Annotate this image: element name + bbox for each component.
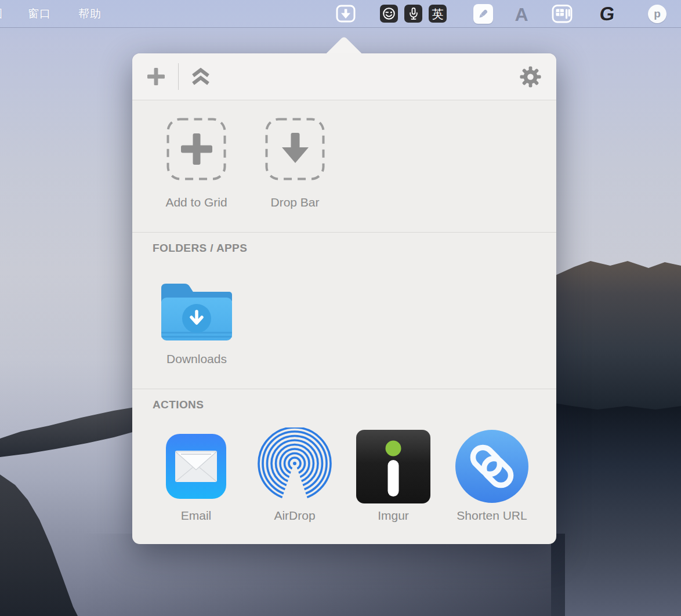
plus-icon (147, 68, 165, 85)
menu-item-help[interactable]: 帮助 (78, 0, 102, 28)
letter-p-icon: p (654, 8, 661, 20)
letter-g-icon: G (599, 3, 616, 25)
downloads-folder-item[interactable]: Downloads (158, 277, 236, 366)
window-grid-icon (552, 4, 573, 24)
add-action-button[interactable] (147, 68, 165, 85)
download-box-icon (335, 4, 356, 24)
imgur-action[interactable]: Imgur (344, 429, 443, 523)
dropzone-menubar-icon[interactable] (335, 4, 356, 24)
actions-row: Email (147, 429, 556, 523)
window-manager-icon[interactable] (552, 4, 573, 24)
action-label: AirDrop (274, 509, 315, 523)
add-to-grid-dropzone[interactable] (166, 118, 226, 180)
pen-icon (476, 7, 490, 21)
collapse-button[interactable] (191, 68, 211, 86)
shorten-url-icon (455, 429, 528, 504)
email-action[interactable]: Email (147, 429, 245, 523)
menu-item-clipped[interactable]: 图 (0, 0, 3, 28)
microphone-icon (407, 7, 420, 20)
parallels-status-icon[interactable]: p (648, 5, 666, 23)
email-icon (166, 429, 226, 504)
menu-item-window[interactable]: 窗口 (28, 0, 51, 28)
action-label: Shorten URL (457, 509, 527, 523)
settings-button[interactable] (520, 66, 541, 88)
drop-targets-row: Add to Grid Drop Ba (166, 100, 556, 209)
actions-section: ACTIONS (132, 389, 556, 544)
action-label: Email (181, 509, 212, 523)
popover-toolbar (132, 53, 556, 100)
drop-target-label: Drop Bar (270, 195, 319, 209)
imgur-icon (356, 429, 430, 504)
airdrop-action[interactable]: AirDrop (245, 429, 344, 523)
desktop: 图 窗口 帮助 (0, 0, 681, 616)
winking-smiley-icon (382, 7, 396, 20)
menu-bar: 图 窗口 帮助 (0, 0, 681, 28)
input-language-label: 英 (432, 8, 444, 20)
add-to-grid-target[interactable]: Add to Grid (166, 118, 226, 209)
drop-target-label: Add to Grid (165, 195, 227, 209)
notes-status-icon[interactable] (473, 4, 493, 24)
plus-icon (166, 118, 226, 180)
folders-apps-section: FOLDERS / APPS Downloads (132, 233, 556, 389)
drop-bar-dropzone[interactable] (265, 118, 325, 180)
input-language-badge[interactable]: 英 (429, 5, 447, 23)
folders-apps-header: FOLDERS / APPS (153, 233, 556, 256)
folder-label: Downloads (166, 352, 227, 366)
emoji-input-icon[interactable] (380, 5, 398, 23)
drop-targets-section: Add to Grid Drop Ba (132, 100, 556, 233)
double-chevron-up-icon (191, 68, 211, 86)
actions-header: ACTIONS (153, 389, 556, 412)
toolbar-divider (178, 63, 179, 90)
g-app-icon[interactable]: G (597, 3, 618, 25)
ghost-app-icon[interactable]: A (513, 5, 530, 24)
action-label: Imgur (378, 509, 409, 523)
downloads-folder-icon (158, 277, 236, 344)
arrow-down-icon (265, 118, 325, 180)
airdrop-icon (256, 429, 334, 504)
shorten-url-action[interactable]: Shorten URL (443, 429, 541, 523)
dictation-icon[interactable] (404, 5, 422, 23)
gear-icon (520, 66, 541, 88)
letter-a-icon: A (515, 4, 528, 26)
drop-bar-target[interactable]: Drop Bar (265, 118, 325, 209)
dropzone-popover: Add to Grid Drop Ba (132, 53, 556, 544)
